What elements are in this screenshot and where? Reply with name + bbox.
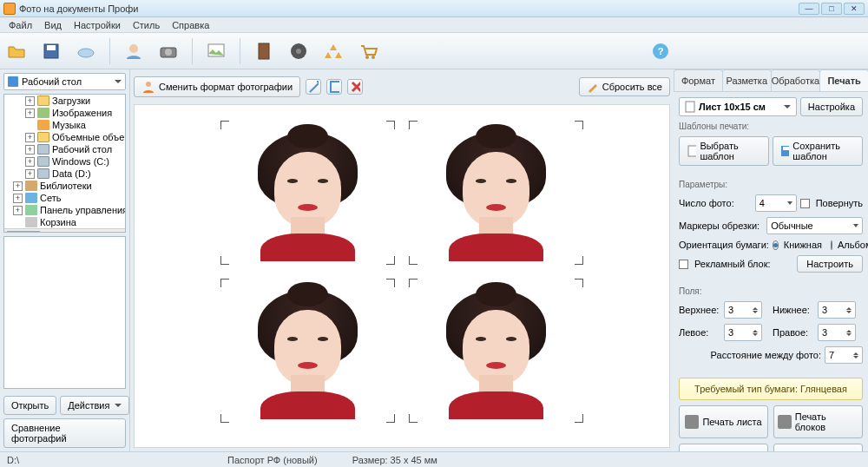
main-toolbar: ? xyxy=(0,33,868,69)
orient-landscape-radio[interactable] xyxy=(831,240,832,250)
open-button[interactable]: Открыть xyxy=(3,396,56,415)
maximize-button[interactable]: □ xyxy=(821,3,842,15)
save-icon[interactable] xyxy=(40,40,62,62)
orient-portrait-radio[interactable] xyxy=(773,240,779,250)
film-icon[interactable] xyxy=(287,40,310,62)
profile-icon[interactable] xyxy=(122,40,145,62)
photo-count-label: Число фото: xyxy=(679,198,734,208)
brush-icon xyxy=(587,81,599,93)
templates-label: Шаблоны печати: xyxy=(679,122,863,131)
photo-4[interactable] xyxy=(412,282,580,419)
margin-left-label: Левое: xyxy=(679,327,720,338)
minimize-button[interactable]: — xyxy=(799,3,819,15)
left-pane: Рабочий стол +Загрузки+Изображения Музык… xyxy=(0,69,130,451)
close-button[interactable]: ✕ xyxy=(844,3,865,15)
compare-photos-button[interactable]: Сравнение фотографий xyxy=(3,418,126,448)
right-tabs: Формат Разметка Обработка Печать xyxy=(674,69,868,92)
app-icon xyxy=(3,3,16,15)
paper-size-combo[interactable]: Лист 10х15 см xyxy=(679,97,797,116)
photo-count-select[interactable]: 4 xyxy=(755,194,797,212)
svg-point-11 xyxy=(372,56,375,59)
menu-file[interactable]: Файл xyxy=(3,19,37,31)
tree-node[interactable]: +Сеть xyxy=(4,192,126,204)
margin-bottom-label: Нижнее: xyxy=(773,305,814,315)
person-icon xyxy=(141,80,155,94)
rotate-checkbox[interactable] xyxy=(800,199,810,208)
print-canvas[interactable] xyxy=(134,104,670,448)
tree-node[interactable]: +Объемные объекты xyxy=(4,131,126,143)
margin-right-label: Правое: xyxy=(773,327,814,338)
reset-all-button[interactable]: Сбросить все xyxy=(579,77,670,96)
tab-format[interactable]: Формат xyxy=(674,69,723,91)
spacing-spin[interactable]: 7 xyxy=(825,346,863,364)
tab-process[interactable]: Обработка xyxy=(771,69,820,91)
tree-node[interactable]: Корзина xyxy=(4,216,126,228)
tree-node[interactable]: +Data (D:) xyxy=(4,168,126,180)
print-blocks-button[interactable]: Печать блоков xyxy=(773,405,863,438)
photo-3[interactable] xyxy=(224,282,391,419)
delete-icon[interactable] xyxy=(347,79,363,95)
tree-node[interactable]: Музыка xyxy=(4,119,126,131)
tree-node[interactable]: +Windows (C:) xyxy=(4,155,126,168)
tree-node[interactable]: +Библиотеки xyxy=(4,180,126,192)
print-sheet-button[interactable]: Печать листа xyxy=(679,405,768,438)
paper-settings-button[interactable]: Настройка xyxy=(800,97,863,116)
spacing-label: Расстояние между фото: xyxy=(679,350,821,360)
margin-bottom-spin[interactable]: 3 xyxy=(818,301,856,319)
select-template-button[interactable]: Выбрать шаблон xyxy=(679,136,769,166)
menu-view[interactable]: Вид xyxy=(39,19,67,31)
status-size: Размер: 35 x 45 мм xyxy=(352,455,437,465)
menu-settings[interactable]: Настройки xyxy=(69,19,126,31)
cloud-icon[interactable] xyxy=(75,40,97,62)
margins-label: Поля: xyxy=(679,286,863,296)
tree-node[interactable]: +Панель управления xyxy=(4,204,126,216)
book-icon[interactable] xyxy=(253,40,275,62)
svg-point-9 xyxy=(296,49,301,54)
svg-rect-15 xyxy=(688,146,696,156)
margin-top-label: Верхнее: xyxy=(679,305,720,315)
change-format-button[interactable]: Сменить формат фотографии xyxy=(134,76,300,97)
floppy-icon xyxy=(780,145,789,157)
tool-icon-2[interactable] xyxy=(326,79,342,95)
margin-top-spin[interactable]: 3 xyxy=(724,301,762,319)
right-pane: Формат Разметка Обработка Печать Лист 10… xyxy=(674,69,868,451)
margin-left-spin[interactable]: 3 xyxy=(724,324,762,341)
doc-icon xyxy=(687,145,696,157)
save-sheet-button[interactable]: Сохранить лист xyxy=(679,444,768,451)
tool-icon-1[interactable] xyxy=(306,79,321,95)
tab-print[interactable]: Печать xyxy=(819,69,868,91)
margin-right-spin[interactable]: 3 xyxy=(818,324,856,341)
camera-icon[interactable] xyxy=(157,40,180,62)
tree-node[interactable]: +Загрузки xyxy=(4,95,126,107)
desktop-icon xyxy=(8,76,18,87)
open-folder-icon[interactable] xyxy=(5,40,28,62)
orientation-label: Ориентация бумаги: xyxy=(679,240,769,250)
save-template-button[interactable]: Сохранить шаблон xyxy=(773,136,863,166)
burn-disc-button[interactable]: Записать на диск xyxy=(773,444,863,451)
paper-type-box: Требуемый тип бумаги: Глянцевая xyxy=(679,378,863,400)
photo-1[interactable] xyxy=(224,124,391,261)
tree-scrollbar[interactable] xyxy=(4,228,125,233)
location-combo[interactable]: Рабочий стол xyxy=(3,73,126,90)
cart-icon[interactable] xyxy=(357,40,379,62)
menu-help[interactable]: Справка xyxy=(167,19,214,31)
tab-layout[interactable]: Разметка xyxy=(722,69,772,91)
markers-select[interactable]: Обычные xyxy=(766,217,863,234)
photo-2[interactable] xyxy=(412,124,580,261)
menu-style[interactable]: Стиль xyxy=(128,19,165,31)
svg-point-3 xyxy=(129,44,138,53)
actions-button[interactable]: Действия xyxy=(60,396,129,415)
picture-icon[interactable] xyxy=(205,40,227,62)
folder-tree[interactable]: +Загрузки+Изображения Музыка+Объемные об… xyxy=(3,94,126,233)
tree-node[interactable]: +Рабочий стол xyxy=(4,143,126,155)
svg-rect-14 xyxy=(686,102,694,112)
svg-point-10 xyxy=(365,56,369,59)
svg-rect-17 xyxy=(783,147,789,150)
recycle-icon[interactable] xyxy=(322,40,345,62)
adblock-settings-button[interactable]: Настроить xyxy=(797,255,863,273)
help-icon[interactable]: ? xyxy=(653,43,668,59)
tree-node[interactable]: +Изображения xyxy=(4,107,126,119)
print-sheet xyxy=(215,115,589,428)
svg-point-2 xyxy=(78,49,94,57)
adblock-checkbox[interactable] xyxy=(679,260,688,269)
